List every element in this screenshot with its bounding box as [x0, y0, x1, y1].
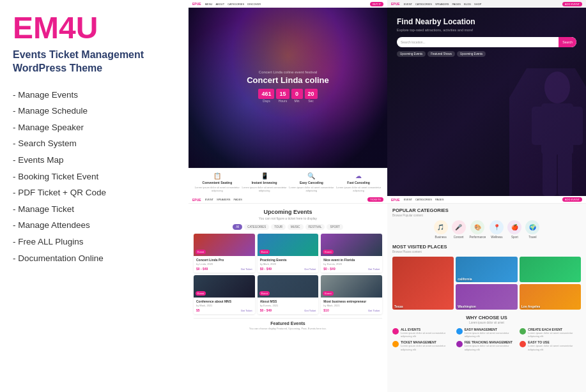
sc3-event-link[interactable]: Get Ticket — [304, 309, 316, 312]
sc1-nav-link-2: ABOUT — [215, 3, 224, 6]
sc4-category-item[interactable]: 🍎 Sport — [507, 220, 521, 239]
sc1-feature-item: ☁Fast CancelingLorem ipsum dolor sit ame… — [335, 172, 382, 192]
sc3-tab[interactable]: FESTIVAL — [305, 224, 325, 230]
sc3-events-grid: Event Concert Linda Pro by Linda, 2020 $… — [194, 234, 382, 273]
sc4-why-text-desc: Lorem ipsum dolor sit amet consectetur a… — [528, 331, 581, 338]
sc2-nav-link-3: SPEAKERS — [435, 3, 449, 6]
sc4-category-item[interactable]: 📍 Wellness — [490, 220, 504, 239]
sc3-event-info: Most business entrepreneur by Mark, 2021… — [321, 298, 382, 314]
sc3-event-badge: Event — [323, 291, 333, 296]
sc3-event-footer: $10 Get Ticket — [323, 308, 380, 312]
countdown-value: 461 — [258, 89, 274, 99]
sc4-why-text: TICKET MANAGEMENT Lorem ipsum dolor sit … — [401, 340, 454, 351]
sc3-event-info: About MSS by Events, 2021 $0 - $49 Get T… — [258, 298, 319, 314]
sc3-event-link[interactable]: Get Ticket — [241, 309, 252, 312]
sc4-categories-sub: Browse Popular content — [392, 214, 581, 217]
brand-subtitle: Events Ticket Management WordPress Theme — [13, 49, 176, 75]
sc4-why-text-desc: Lorem ipsum dolor sit amet consectetur a… — [465, 344, 518, 351]
sc2-search-button[interactable]: Search — [559, 37, 576, 47]
sc3-tab[interactable]: MUSIC — [288, 224, 304, 230]
feature-item: - Manage Ticket — [13, 202, 176, 216]
sc2-search-bar[interactable]: Search location... Search — [397, 37, 576, 47]
sc3-event-footer: $0 - $49 Get Ticket — [196, 267, 252, 271]
sc3-event-link[interactable]: Get Ticket — [241, 268, 252, 271]
sc4-category-icon: 🌍 — [525, 220, 539, 234]
sc1-feature-icon: 📱 — [261, 172, 268, 179]
sc4-place-los-angeles: Los Angeles — [520, 284, 581, 310]
sc4-category-label: Concert — [454, 236, 464, 239]
sc4-place-label-washington: Washington — [458, 305, 475, 308]
sc4-category-icon: 🎤 — [452, 220, 466, 234]
sc4-why-icon — [520, 341, 526, 347]
sc3-event-price: $0 - $49 — [260, 267, 272, 271]
sc1-feature-text: Lorem ipsum dolor sit amet consectetur a… — [194, 186, 241, 192]
features-list: - Manage Events- Manage Schedule- Manage… — [13, 88, 176, 266]
sc2-nav-link-2: CATEGORIES — [415, 3, 432, 6]
right-panel: EPUE MENU ABOUT CATEGORIES DISCOVER BUY … — [189, 0, 586, 392]
sc4-why-item: FEE TRACKING MANAGEMENT Lorem ipsum dolo… — [456, 340, 518, 351]
sc1-feature-item: 📋Convenient SeatingLorem ipsum dolor sit… — [194, 172, 241, 192]
sc4-why-icon — [392, 341, 399, 347]
sc1-nav-logo: EPUE — [192, 2, 201, 6]
sc3-event-card: Event About MSS by Events, 2021 $0 - $49… — [258, 275, 319, 314]
sc4-nav-btn[interactable]: ADD EVENT — [562, 197, 582, 202]
sc1-nav-btn[interactable]: BUY IT — [370, 2, 383, 6]
sc4-why-text: ALL EVENTS Lorem ipsum dolor sit amet co… — [401, 328, 454, 338]
sc2-tag[interactable]: Upcoming Events — [397, 51, 426, 57]
sc3-event-footer: $0 - $49 Get Ticket — [260, 267, 316, 271]
sc4-category-item[interactable]: 🌍 Travel — [525, 220, 539, 239]
sc2-tag[interactable]: Upcoming Events — [457, 51, 486, 57]
sc4-category-item[interactable]: 🎤 Concert — [452, 220, 466, 239]
sc4-why-text: EASY MANAGEMENT Lorem ipsum dolor sit am… — [465, 328, 518, 338]
sc3-nav-btn[interactable]: TICKETS — [367, 197, 383, 202]
sc3-section-title: Upcoming Events — [194, 209, 382, 215]
sc3-tab[interactable]: All — [233, 224, 242, 230]
sc3-event-badge: Event — [196, 291, 206, 296]
sc4-category-icon: 🎨 — [470, 220, 484, 234]
sc4-categories-section: POPULAR CATEGORIES Browse Popular conten… — [392, 207, 581, 239]
sc3-event-info: Conference about MNS by Mark, 2021 $5 Ge… — [194, 298, 255, 314]
countdown-item: 20Sec — [305, 89, 318, 103]
sc3-event-link[interactable]: Get Ticket — [304, 268, 316, 271]
sc1-feature-text: Lorem ipsum dolor sit amet consectetur a… — [241, 186, 288, 192]
sc2-tag[interactable]: Featured Shows — [428, 51, 455, 57]
feature-item: - Search System — [13, 137, 176, 151]
sc4-why-icon — [456, 328, 463, 335]
sc3-tab[interactable]: TOUR — [271, 224, 286, 230]
sc3-event-footer: $5 Get Ticket — [196, 308, 252, 312]
sc3-event-footer: $0 - $49 Get Ticket — [260, 308, 316, 312]
sc4-why-text: EASY TO USE Lorem ipsum dolor sit amet c… — [528, 340, 581, 351]
sc4-category-item[interactable]: 🎵 Business — [434, 220, 448, 239]
sc4-place-washington: Washington — [456, 284, 517, 310]
sc1-feature-item: 📱Instant browsingLorem ipsum dolor sit a… — [241, 172, 288, 192]
sc4-why-sub: Lorem ipsum dolor sit amet — [392, 321, 581, 324]
sc2-nav-btn[interactable]: ADD EVENT — [562, 2, 582, 6]
sc4-nav-link-1: EVENT — [404, 198, 412, 201]
sc3-event-image: Event — [258, 234, 319, 256]
sc4-why-section: WHY CHOOSE US Lorem ipsum dolor sit amet… — [392, 315, 581, 351]
sc4-why-item: EASY MANAGEMENT Lorem ipsum dolor sit am… — [456, 328, 518, 338]
sc2-search-input[interactable]: Search location... — [397, 37, 559, 47]
sc2-content: Find Nearby Location Explore top-rated a… — [387, 8, 586, 66]
sc4-categories-title: POPULAR CATEGORIES — [392, 207, 581, 213]
sc3-event-image: Event — [194, 234, 255, 256]
sc3-event-image: Event — [321, 275, 382, 298]
screenshots-grid: EPUE MENU ABOUT CATEGORIES DISCOVER BUY … — [189, 0, 586, 392]
sc4-why-item: ALL EVENTS Lorem ipsum dolor sit amet co… — [392, 328, 454, 338]
sc3-event-link[interactable]: Get Ticket — [368, 268, 380, 271]
sc3-tab[interactable]: SPORT — [327, 224, 343, 230]
sc3-event-meta: by Events, 2021 — [260, 304, 316, 307]
sc1-nav-link-4: DISCOVER — [247, 3, 261, 6]
sc3-tab[interactable]: CATEGORIES — [244, 224, 269, 230]
sc3-event-footer: $0 - $49 Get Ticket — [323, 267, 380, 271]
sc4-content: POPULAR CATEGORIES Browse Popular conten… — [387, 204, 586, 392]
feature-item: - Manage Schedule — [13, 104, 176, 118]
sc4-category-label: Travel — [528, 236, 536, 239]
screenshot-upcoming-events: EPUE EVENT SPEAKERS PAGES TICKETS Upcomi… — [189, 196, 387, 392]
sc3-event-link[interactable]: Get Ticket — [368, 309, 380, 312]
sc4-category-item[interactable]: 🎨 Performance — [470, 220, 486, 239]
sc3-event-image: Event — [258, 275, 319, 298]
sc4-place-label-los-angeles: Los Angeles — [521, 305, 541, 308]
sc3-featured-section: Featured Events You can choose display F… — [194, 318, 382, 330]
sc4-category-label: Wellness — [491, 236, 502, 239]
